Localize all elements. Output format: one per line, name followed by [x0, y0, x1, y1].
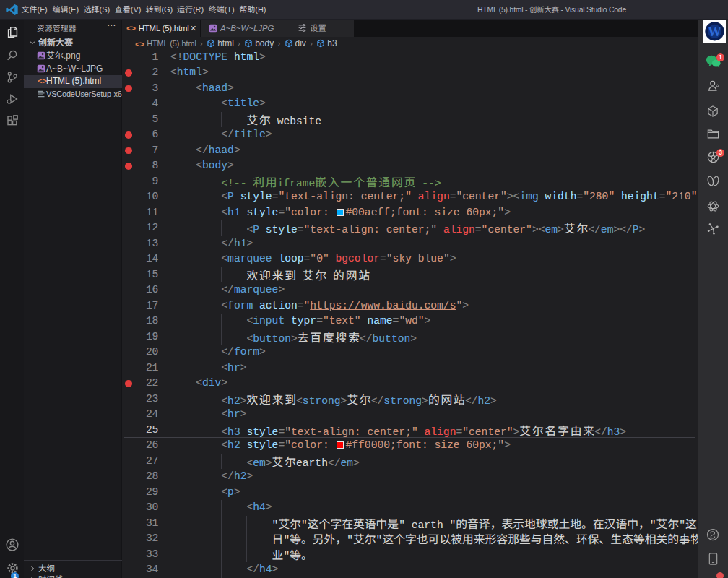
svg-text:W: W [708, 24, 722, 39]
